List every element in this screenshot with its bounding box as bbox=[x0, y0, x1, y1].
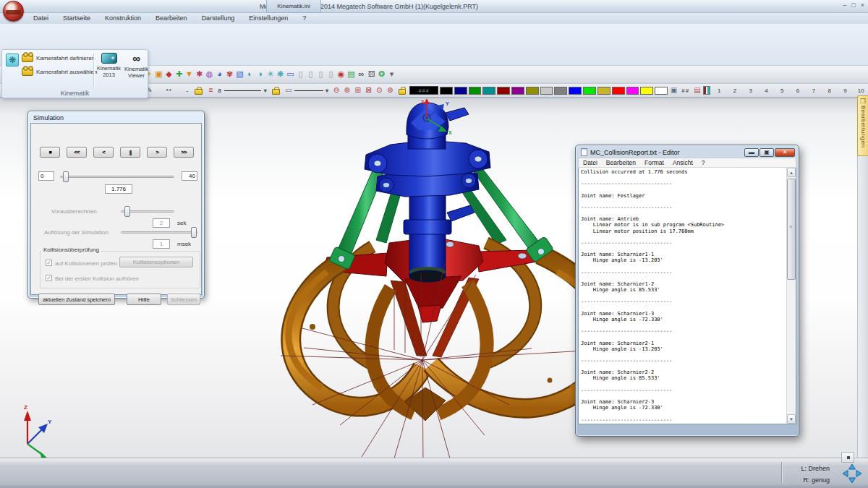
zoom-fit-icon[interactable]: ⊠ bbox=[364, 85, 373, 95]
ruler-icon[interactable]: ▭ bbox=[284, 85, 293, 95]
color-swatch[interactable] bbox=[626, 87, 639, 95]
doc-tab-kinematik-ini[interactable]: Kinematik.ini bbox=[266, 0, 321, 13]
time-slider[interactable] bbox=[60, 176, 174, 178]
simulation-dialog[interactable]: Simulation ■<<<||>>> Vorausberechnen sek… bbox=[27, 111, 205, 299]
doc-check-icon[interactable]: ▤ bbox=[346, 68, 356, 81]
editor-menu-format[interactable]: Format bbox=[640, 159, 668, 166]
close-dialog-button[interactable]: Schliessen bbox=[167, 294, 200, 305]
precompute-slider-thumb[interactable] bbox=[124, 206, 130, 217]
render-brush-icon[interactable]: ✾ bbox=[225, 68, 234, 81]
add-part-icon[interactable]: ✚ bbox=[174, 68, 184, 81]
layer-flag-icon[interactable] bbox=[703, 86, 710, 95]
rewind-button[interactable]: << bbox=[67, 147, 87, 158]
line-type-icon[interactable]: ≡ bbox=[206, 85, 216, 95]
layer-number-7[interactable]: 7 bbox=[807, 87, 821, 94]
cylinder-c-icon[interactable]: ▯ bbox=[316, 68, 326, 81]
figure-icon[interactable]: ✱ bbox=[195, 68, 204, 81]
menu-tab-darstellung[interactable]: Darstellung bbox=[195, 13, 242, 24]
toolbar-field[interactable]: ** bbox=[156, 87, 183, 94]
layer-number-9[interactable]: 9 bbox=[838, 87, 853, 94]
wheel-b-icon[interactable]: ❋ bbox=[276, 68, 285, 81]
menu-tab-einstellungen[interactable]: Einstellungen bbox=[242, 13, 295, 24]
menu-tab-startseite[interactable]: Startseite bbox=[56, 13, 98, 24]
layer-number-5[interactable]: 5 bbox=[775, 87, 789, 94]
scroll-down-icon[interactable]: ▼ bbox=[787, 414, 796, 424]
torus-icon[interactable]: ◍ bbox=[205, 68, 214, 81]
color-swatch[interactable] bbox=[612, 87, 625, 95]
color-swatch[interactable] bbox=[497, 87, 510, 95]
drop-down-part-icon[interactable]: ▼ bbox=[184, 68, 194, 81]
globe-icon[interactable]: ◕ bbox=[215, 68, 224, 81]
lock-linewidth-icon[interactable] bbox=[272, 89, 280, 95]
precompute-value-input[interactable] bbox=[153, 218, 170, 228]
camera-path-select-button[interactable]: Kamerafahrt auswählen bbox=[22, 67, 98, 77]
color-swatch[interactable] bbox=[482, 87, 495, 95]
color-swatch[interactable] bbox=[526, 87, 539, 95]
binoculars-icon[interactable]: ∞ bbox=[357, 68, 366, 81]
color-swatch[interactable] bbox=[640, 87, 653, 95]
color-swatch[interactable] bbox=[440, 87, 453, 95]
box-orange-icon[interactable]: ▣ bbox=[154, 68, 163, 81]
disc-b-icon[interactable]: ◑ bbox=[255, 68, 265, 81]
zoom-in-icon[interactable]: ⊕ bbox=[342, 85, 352, 95]
monitor-icon[interactable]: ▭ bbox=[286, 68, 295, 81]
layer-number-4[interactable]: 4 bbox=[760, 87, 774, 94]
close-button[interactable]: × bbox=[861, 1, 864, 9]
collision-report-window[interactable]: MC_CollisionReport.txt - Editor ▬ ▣ ✕ Da… bbox=[575, 145, 799, 437]
toolbar-field[interactable]: - bbox=[184, 87, 192, 94]
camera-path-define-button[interactable]: Kamerafahrt definieren bbox=[22, 53, 95, 64]
editor-scrollbar[interactable]: ▲ ▼ bbox=[786, 168, 796, 424]
resolution-value-input[interactable] bbox=[153, 239, 170, 249]
help-button[interactable]: Hilfe bbox=[127, 294, 161, 305]
editor-close-button[interactable]: ✕ bbox=[775, 148, 795, 157]
toolbar-field[interactable]: 8 bbox=[217, 87, 223, 94]
stop-first-collision-checkbox[interactable]: ✓ bbox=[46, 275, 52, 281]
more-icon[interactable]: ▾ bbox=[387, 68, 396, 81]
cylinder-d-icon[interactable]: ▯ bbox=[326, 68, 336, 81]
color-swatch[interactable] bbox=[597, 87, 610, 95]
pause-button[interactable]: || bbox=[120, 147, 140, 158]
simulation-dialog-title[interactable]: Simulation bbox=[30, 113, 202, 123]
menu-tab-datei[interactable]: Datei bbox=[26, 13, 56, 24]
color-swatch[interactable] bbox=[583, 87, 596, 95]
zoom-all-icon[interactable]: ⊛ bbox=[386, 85, 395, 95]
editor-text-area[interactable]: Collision occurred at 1.776 seconds ----… bbox=[578, 168, 796, 424]
stop-button[interactable]: ■ bbox=[40, 147, 60, 158]
box-blue-icon[interactable]: ▧ bbox=[235, 68, 244, 81]
save-state-button[interactable]: aktuellen Zustand speichern bbox=[38, 294, 115, 305]
lock-color-icon[interactable] bbox=[399, 89, 407, 95]
kinematik-viewer-button[interactable]: ∞ Kinematik Viewer bbox=[123, 52, 150, 90]
color-swatch[interactable] bbox=[511, 87, 524, 95]
wheel-a-icon[interactable]: ✳ bbox=[265, 68, 275, 81]
toolbar-field[interactable]: ## bbox=[680, 87, 692, 94]
step-back-button[interactable]: < bbox=[93, 147, 114, 158]
editor-minimize-button[interactable]: ▬ bbox=[744, 148, 759, 157]
color-swatch[interactable] bbox=[454, 87, 467, 95]
minimize-button[interactable]: – bbox=[843, 1, 846, 9]
step-forward-button[interactable]: > bbox=[147, 147, 167, 158]
editor-menu-bearbeiten[interactable]: Bearbeiten bbox=[602, 159, 640, 166]
layer-number-10[interactable]: 10 bbox=[854, 87, 868, 94]
lock-linetype-icon[interactable] bbox=[195, 89, 203, 95]
color-wheel-icon[interactable]: ❂ bbox=[377, 68, 386, 81]
menu-tab-konstruktion[interactable]: Konstruktion bbox=[98, 13, 148, 24]
dice-icon[interactable]: ⚄ bbox=[367, 68, 376, 81]
edge-tab-bearbeitungen[interactable]: ❐ Bearbeitungen bbox=[857, 95, 868, 156]
cylinder-a-icon[interactable]: ▯ bbox=[296, 68, 305, 81]
palette-list-icon[interactable]: ▤ bbox=[693, 85, 702, 95]
zoom-window-icon[interactable]: ⊞ bbox=[353, 85, 362, 95]
layer-number-2[interactable]: 2 bbox=[728, 87, 742, 94]
color-swatch[interactable] bbox=[469, 87, 482, 95]
scroll-up-icon[interactable]: ▲ bbox=[787, 168, 796, 177]
precompute-slider[interactable] bbox=[121, 210, 174, 213]
pan-arrows-icon[interactable] bbox=[842, 463, 862, 484]
layer-number-1[interactable]: 1 bbox=[712, 87, 726, 94]
color-swatch[interactable] bbox=[569, 87, 582, 95]
layer-number-8[interactable]: 8 bbox=[822, 87, 837, 94]
zoom-previous-icon[interactable]: ⊙ bbox=[375, 85, 384, 95]
fast-forward-button[interactable]: >> bbox=[174, 147, 194, 158]
line-sample[interactable] bbox=[294, 90, 323, 91]
layer-number-6[interactable]: 6 bbox=[791, 87, 805, 94]
line-sample[interactable] bbox=[224, 90, 261, 91]
screen-settings-icon[interactable]: ▣ bbox=[669, 85, 678, 95]
